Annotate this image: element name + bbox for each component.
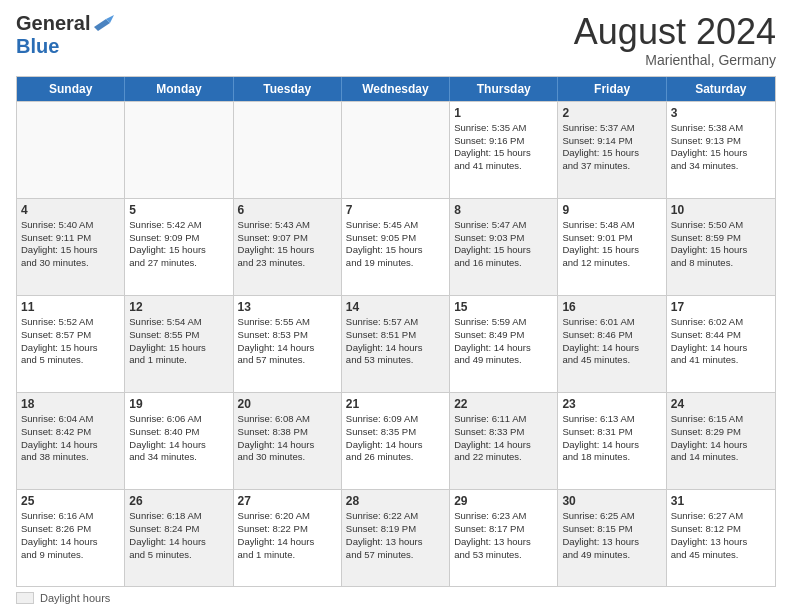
day-info: Sunset: 8:51 PM (346, 329, 445, 342)
day-info: Daylight: 15 hours (562, 244, 661, 257)
day-number: 27 (238, 493, 337, 509)
day-number: 31 (671, 493, 771, 509)
page: General Blue August 2024 Marienthal, Ger… (0, 0, 792, 612)
day-info: Sunrise: 6:09 AM (346, 413, 445, 426)
day-info: and 49 minutes. (454, 354, 553, 367)
day-info: and 5 minutes. (21, 354, 120, 367)
day-info: Sunset: 8:55 PM (129, 329, 228, 342)
day-info: Sunset: 8:44 PM (671, 329, 771, 342)
calendar-row: 11Sunrise: 5:52 AMSunset: 8:57 PMDayligh… (17, 295, 775, 392)
calendar-cell: 20Sunrise: 6:08 AMSunset: 8:38 PMDayligh… (234, 393, 342, 489)
day-info: Sunset: 8:15 PM (562, 523, 661, 536)
weekday-header: Monday (125, 77, 233, 101)
logo-blue-text: Blue (16, 35, 59, 57)
day-info: Sunrise: 5:40 AM (21, 219, 120, 232)
calendar-row: 4Sunrise: 5:40 AMSunset: 9:11 PMDaylight… (17, 198, 775, 295)
day-info: Sunrise: 5:47 AM (454, 219, 553, 232)
day-info: Sunset: 9:09 PM (129, 232, 228, 245)
day-number: 20 (238, 396, 337, 412)
day-info: and 45 minutes. (562, 354, 661, 367)
day-info: Daylight: 14 hours (129, 439, 228, 452)
day-info: Daylight: 15 hours (454, 244, 553, 257)
day-info: Sunrise: 6:18 AM (129, 510, 228, 523)
day-info: and 57 minutes. (238, 354, 337, 367)
calendar-cell: 31Sunrise: 6:27 AMSunset: 8:12 PMDayligh… (667, 490, 775, 586)
day-info: Daylight: 14 hours (346, 439, 445, 452)
day-info: Sunrise: 6:04 AM (21, 413, 120, 426)
day-info: Sunrise: 5:38 AM (671, 122, 771, 135)
calendar-cell: 27Sunrise: 6:20 AMSunset: 8:22 PMDayligh… (234, 490, 342, 586)
day-number: 5 (129, 202, 228, 218)
header: General Blue August 2024 Marienthal, Ger… (16, 12, 776, 68)
day-number: 11 (21, 299, 120, 315)
day-info: and 49 minutes. (562, 549, 661, 562)
calendar-cell: 11Sunrise: 5:52 AMSunset: 8:57 PMDayligh… (17, 296, 125, 392)
weekday-header: Saturday (667, 77, 775, 101)
day-info: Daylight: 14 hours (238, 342, 337, 355)
day-info: Sunset: 8:17 PM (454, 523, 553, 536)
day-info: Sunrise: 6:16 AM (21, 510, 120, 523)
day-info: Sunset: 9:14 PM (562, 135, 661, 148)
day-info: Daylight: 15 hours (671, 244, 771, 257)
calendar-cell: 14Sunrise: 5:57 AMSunset: 8:51 PMDayligh… (342, 296, 450, 392)
calendar-cell: 16Sunrise: 6:01 AMSunset: 8:46 PMDayligh… (558, 296, 666, 392)
day-number: 21 (346, 396, 445, 412)
calendar-cell: 15Sunrise: 5:59 AMSunset: 8:49 PMDayligh… (450, 296, 558, 392)
logo: General Blue (16, 12, 114, 58)
calendar-row: 25Sunrise: 6:16 AMSunset: 8:26 PMDayligh… (17, 489, 775, 586)
day-number: 15 (454, 299, 553, 315)
calendar-cell: 18Sunrise: 6:04 AMSunset: 8:42 PMDayligh… (17, 393, 125, 489)
calendar-cell: 4Sunrise: 5:40 AMSunset: 9:11 PMDaylight… (17, 199, 125, 295)
day-info: Daylight: 15 hours (129, 244, 228, 257)
calendar-body: 1Sunrise: 5:35 AMSunset: 9:16 PMDaylight… (17, 101, 775, 586)
day-info: and 41 minutes. (454, 160, 553, 173)
day-info: and 27 minutes. (129, 257, 228, 270)
day-info: Sunrise: 6:08 AM (238, 413, 337, 426)
day-info: and 53 minutes. (346, 354, 445, 367)
day-info: Sunset: 9:05 PM (346, 232, 445, 245)
day-info: Sunrise: 6:27 AM (671, 510, 771, 523)
day-info: and 9 minutes. (21, 549, 120, 562)
day-number: 17 (671, 299, 771, 315)
calendar-cell: 25Sunrise: 6:16 AMSunset: 8:26 PMDayligh… (17, 490, 125, 586)
day-info: Sunrise: 5:42 AM (129, 219, 228, 232)
day-info: Daylight: 15 hours (346, 244, 445, 257)
day-info: Sunrise: 5:52 AM (21, 316, 120, 329)
day-info: Sunrise: 6:23 AM (454, 510, 553, 523)
day-info: Daylight: 13 hours (454, 536, 553, 549)
day-info: Sunset: 8:33 PM (454, 426, 553, 439)
day-number: 16 (562, 299, 661, 315)
day-number: 19 (129, 396, 228, 412)
day-info: Sunset: 9:01 PM (562, 232, 661, 245)
day-number: 26 (129, 493, 228, 509)
day-number: 6 (238, 202, 337, 218)
calendar-cell: 3Sunrise: 5:38 AMSunset: 9:13 PMDaylight… (667, 102, 775, 198)
day-info: Sunrise: 6:22 AM (346, 510, 445, 523)
day-info: Sunset: 8:42 PM (21, 426, 120, 439)
day-number: 18 (21, 396, 120, 412)
day-info: and 34 minutes. (129, 451, 228, 464)
day-number: 1 (454, 105, 553, 121)
calendar-header: SundayMondayTuesdayWednesdayThursdayFrid… (17, 77, 775, 101)
day-info: Sunset: 8:24 PM (129, 523, 228, 536)
calendar-cell: 19Sunrise: 6:06 AMSunset: 8:40 PMDayligh… (125, 393, 233, 489)
calendar-cell: 17Sunrise: 6:02 AMSunset: 8:44 PMDayligh… (667, 296, 775, 392)
svg-marker-0 (94, 19, 110, 31)
calendar-cell: 29Sunrise: 6:23 AMSunset: 8:17 PMDayligh… (450, 490, 558, 586)
day-info: and 1 minute. (238, 549, 337, 562)
day-number: 4 (21, 202, 120, 218)
day-info: Daylight: 14 hours (562, 439, 661, 452)
day-info: and 57 minutes. (346, 549, 445, 562)
calendar-cell: 21Sunrise: 6:09 AMSunset: 8:35 PMDayligh… (342, 393, 450, 489)
day-info: and 16 minutes. (454, 257, 553, 270)
day-info: Sunrise: 5:35 AM (454, 122, 553, 135)
weekday-header: Friday (558, 77, 666, 101)
day-info: Sunrise: 6:20 AM (238, 510, 337, 523)
day-info: Sunset: 9:11 PM (21, 232, 120, 245)
day-info: Sunset: 8:31 PM (562, 426, 661, 439)
day-info: Sunrise: 5:45 AM (346, 219, 445, 232)
day-info: Daylight: 13 hours (671, 536, 771, 549)
day-info: Sunset: 8:35 PM (346, 426, 445, 439)
day-info: Sunset: 8:49 PM (454, 329, 553, 342)
day-info: Sunset: 8:38 PM (238, 426, 337, 439)
